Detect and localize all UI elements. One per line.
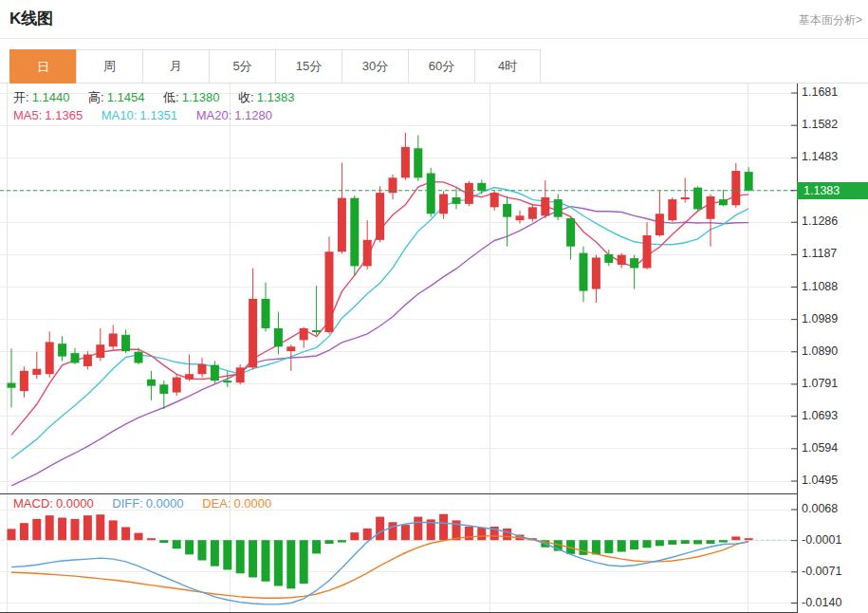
last-price-tag: 1.1383 <box>797 182 868 199</box>
close-value: 1.1383 <box>257 90 295 104</box>
price-axis-label: 1.1582 <box>802 118 838 131</box>
tab-week[interactable]: 周 <box>76 49 142 83</box>
tab-5min[interactable]: 5分 <box>209 49 275 83</box>
open-value: 1.1440 <box>32 90 70 104</box>
high-value: 1.1454 <box>107 90 145 104</box>
price-axis-label: 1.0693 <box>802 409 838 422</box>
price-axis-label: 1.0989 <box>802 312 838 325</box>
chart-canvas[interactable] <box>0 84 868 613</box>
ma10-value: 1.1351 <box>139 108 177 122</box>
price-axis-label: 1.1088 <box>802 280 838 293</box>
macd-readout: MACD:0.0000 DIFF:0.0000 DEA:0.0000 <box>13 496 274 511</box>
candles-group <box>8 133 753 409</box>
macd-axis-label: 0.0068 <box>802 502 838 515</box>
axis-frame <box>0 84 797 613</box>
macd-axis-label: -0.0001 <box>802 533 841 547</box>
diff-label: DIFF: <box>112 496 143 511</box>
dea-label: DEA: <box>202 496 231 511</box>
ohlc-readout: 开:1.1440 高:1.1454 低:1.1380 收:1.1383 <box>13 89 297 106</box>
price-axis-label: 1.1681 <box>802 85 838 99</box>
ma-readout: MA5:1.1365 MA10:1.1351 MA20:1.1280 <box>13 108 275 122</box>
tab-60min[interactable]: 60分 <box>408 49 474 83</box>
tab-4hour[interactable]: 4时 <box>474 49 541 83</box>
tab-15min[interactable]: 15分 <box>275 49 342 83</box>
low-label: 低: <box>163 90 179 104</box>
low-value: 1.1380 <box>182 90 220 104</box>
ma5-label: MA5: <box>13 108 42 122</box>
dea-value: 0.0000 <box>234 496 272 511</box>
macd-value: 0.0000 <box>56 496 94 511</box>
price-axis-label: 1.0594 <box>802 441 838 455</box>
kline-chart-area[interactable]: 开:1.1440 高:1.1454 低:1.1380 收:1.1383 MA5:… <box>0 84 868 613</box>
diff-value: 0.0000 <box>146 496 184 511</box>
price-axis-label: 1.0791 <box>802 377 838 390</box>
interval-tabbar: 日周月5分15分30分60分4时 <box>0 49 868 84</box>
ma20-label: MA20: <box>196 108 232 122</box>
ma20-value: 1.1280 <box>234 108 272 122</box>
kline-page: K线图 基本面分析> 日周月5分15分30分60分4时 开:1.1440 高:1… <box>0 0 868 613</box>
tab-day[interactable]: 日 <box>9 49 76 84</box>
price-axis-label: 1.0495 <box>802 474 838 487</box>
tab-month[interactable]: 月 <box>142 49 209 83</box>
fundamental-analysis-link[interactable]: 基本面分析> <box>799 12 862 28</box>
ma5-value: 1.1365 <box>45 108 83 122</box>
price-axis-label: 1.1286 <box>802 214 838 228</box>
close-label: 收: <box>238 90 254 104</box>
price-axis-label: 1.1483 <box>802 150 838 163</box>
macd-label: MACD: <box>13 496 53 511</box>
tab-30min[interactable]: 30分 <box>342 49 408 83</box>
price-axis-label: 1.1187 <box>802 247 837 260</box>
page-title: K线图 <box>9 8 53 29</box>
header-divider <box>0 38 868 39</box>
macd-histogram <box>8 514 753 589</box>
macd-axis-label: -0.0071 <box>802 565 841 578</box>
gridlines <box>0 84 797 612</box>
ma10-label: MA10: <box>102 108 138 122</box>
high-label: 高: <box>88 90 104 104</box>
price-axis-label: 1.0890 <box>802 344 838 358</box>
open-label: 开: <box>13 90 29 104</box>
macd-axis-label: -0.0140 <box>802 596 841 609</box>
